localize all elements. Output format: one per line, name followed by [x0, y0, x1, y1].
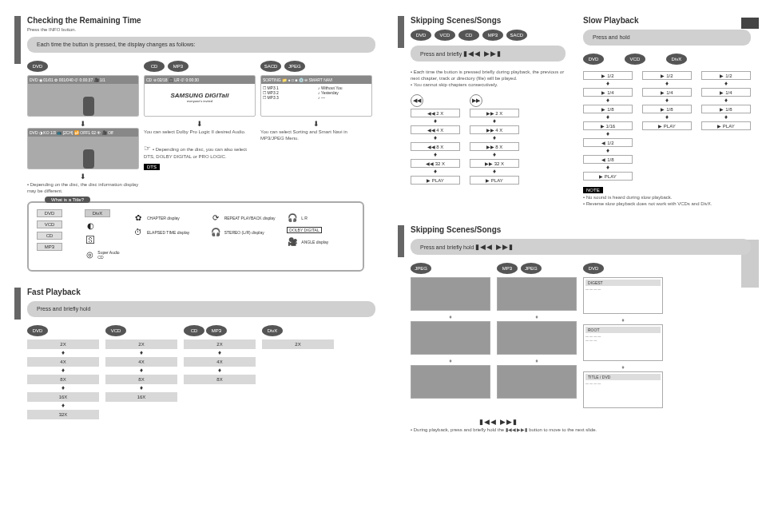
angle-icon: 🎥 [287, 236, 298, 248]
speed-step: 8X [184, 375, 256, 384]
disc-pill-jpeg: JPEG [284, 61, 305, 72]
note-text: You can select Dolby Pro Logic II desire… [144, 129, 256, 136]
disc-pill: JPEG [521, 263, 542, 274]
menu-thumb-title: TITLE / DVD — — — — [583, 371, 663, 408]
hand-icon: ☞ [144, 144, 151, 153]
down-arrow-icon: ♦ [105, 351, 177, 355]
legend-label: STEREO (L/R) display [224, 230, 264, 235]
section-marker [398, 225, 404, 257]
skip-icons: ▮◀◀ ▶▶▮ [475, 239, 514, 255]
chapter-icon: ✿ [133, 212, 144, 224]
speed-step: 4X [184, 357, 256, 367]
hint-text: • Depending on the disc, you can also se… [144, 147, 247, 159]
section-skip-slow: Skipping Scenes/Songs DVD VCD CD MP3 SAC… [399, 16, 751, 209]
disc-label-cd: CD [37, 232, 62, 240]
down-arrow-icon: ♦ [470, 169, 519, 174]
disc-pill: DVD [583, 54, 604, 65]
speed-step: ▶ PLAY [411, 176, 460, 185]
speed-step: ◀ 1/8 [583, 155, 633, 164]
down-arrow-icon: ♦ [470, 119, 519, 124]
speed-step: ▶ 1/2 [701, 71, 751, 80]
speed-step: ◀◀ 8 X [411, 142, 460, 151]
speed-step: 16X [105, 392, 177, 402]
speed-step: ▶ 1/8 [583, 105, 633, 113]
speed-step: ◀ 1/2 [583, 138, 633, 147]
speed-step: ◀◀ 4 X [411, 125, 460, 134]
disc-pill: DivX [262, 325, 283, 336]
headphone-icon: 🎧 [287, 212, 298, 224]
disc-pill: MP3 [482, 30, 503, 41]
instruction-bar: Press and hold [583, 30, 751, 46]
list-item: — [321, 95, 325, 100]
down-arrow-icon: ♦ [583, 81, 633, 86]
screenshot-mp3-menu: SORTING 📁 ● □ ■ 💿 ⊖ SMART NAVI ☐ MP3 1 ☐… [260, 75, 372, 117]
disc-pill: DVD [411, 30, 431, 41]
instruction-bar: Press and briefly ▮◀◀ ▶▶▮ [411, 46, 566, 62]
disc-label-mp3: MP3 [37, 243, 62, 251]
speed-step: ▶ PLAY [642, 121, 692, 130]
down-arrow-icon: ♦ [701, 98, 751, 103]
samsung-logo: SAMSUNG DIGITall [145, 84, 255, 99]
speed-step: ▶ 1/16 [583, 121, 633, 130]
disc-pill: MP3 [206, 325, 227, 336]
down-arrow-icon: ♦ [642, 98, 692, 103]
down-arrow-icon: ♦ [583, 98, 633, 103]
speed-step: 4X [105, 357, 177, 367]
speed-step: ▶ 1/8 [642, 105, 692, 113]
subtitle-icon: 🅂 [85, 235, 96, 246]
note-text: You can select Sorting and Smart Navi in… [260, 129, 372, 142]
osd-bar: DVD ◉ 01/01 ✿ 001/040 ⏱ 0:00:37 🎥 1/1 [28, 76, 138, 84]
section-title: Skipping Scenes/Songs [411, 225, 751, 234]
instruction-bar: Each time the button is pressed, the dis… [27, 37, 375, 53]
section-title: Fast Playback [27, 288, 375, 296]
disc-pill-mp3: MP3 [168, 61, 189, 72]
down-arrow-icon: ♦ [27, 368, 99, 373]
note-text: • No sound is heard during slow playback… [583, 195, 751, 208]
screenshot-cd-info: CD ⊚ 02/18 🎧 LR ⏱ 0:00:30 SAMSUNG DIGITa… [144, 75, 256, 117]
speed-step: ▶ 1/8 [701, 105, 751, 113]
disc-pill: DVD [27, 325, 48, 336]
speed-step: ▶ 1/4 [701, 88, 751, 97]
section-marker [14, 288, 21, 320]
dolby-badge: DOLBY DIGITAL [287, 227, 321, 233]
menu-thumb-digest: DIGEST — — — — [583, 277, 663, 314]
legend-label: ELAPSED TIME display [147, 230, 189, 235]
forward-button-icon[interactable]: ▶▶ [470, 94, 482, 107]
down-arrow-icon: ♦ [105, 368, 177, 373]
speed-step: 8X [27, 375, 99, 384]
photo-thumb [497, 277, 577, 311]
down-arrow-icon: ♦ [184, 368, 256, 373]
speed-step: ▶ PLAY [583, 172, 633, 181]
down-arrow-icon: ♦ [642, 81, 692, 86]
speed-step: ▶ 1/4 [642, 88, 692, 97]
speed-step: ▶▶ 8 X [470, 142, 519, 151]
photo-thumb [497, 321, 577, 355]
down-arrow-icon: ♦ [411, 169, 460, 174]
osd-bar: SORTING 📁 ● □ ■ 💿 ⊖ SMART NAVI [261, 76, 371, 84]
down-arrow-icon: ♦ [411, 153, 460, 157]
legend-label: REPEAT PLAYBACK display [224, 216, 276, 220]
speed-step: 4X [27, 357, 99, 367]
disc-pill-sacd: SACD [260, 61, 281, 72]
speed-step: 8X [105, 375, 177, 384]
stereo-icon: 🎧 [210, 227, 221, 238]
down-arrow-icon: ♦ [184, 351, 256, 355]
disc-pill: CD [458, 30, 479, 41]
photo-thumb [411, 365, 490, 399]
speed-step: 2X [262, 339, 334, 349]
speed-step: ◀◀ 2 X [411, 109, 460, 117]
repeat-icon: ⟳ [210, 212, 221, 224]
note-badge: NOTE [583, 187, 603, 193]
speed-step: 2X [184, 339, 256, 349]
down-arrow-icon: ♦ [583, 149, 633, 153]
title-icon: ◐ [85, 220, 96, 232]
rewind-button-icon[interactable]: ◀◀ [411, 94, 423, 107]
osd-bar: DVD ◑ KO 1/3 📺 [2CH] 🔁 OFF1 02 👁 🎥 Off [28, 129, 138, 137]
skip-icons: ▮◀◀ ▶▶▮ [463, 46, 502, 62]
speed-step: ▶ 1/2 [642, 71, 692, 80]
legend-flag: What is a Title? [45, 197, 90, 203]
photo-thumb [497, 365, 577, 399]
instruction-bar: Press and briefly hold ▮◀◀ ▶▶▮ [411, 239, 751, 255]
disc-pill-dvd: DVD [27, 61, 48, 72]
disc-label-dvd: DVD [37, 209, 62, 217]
